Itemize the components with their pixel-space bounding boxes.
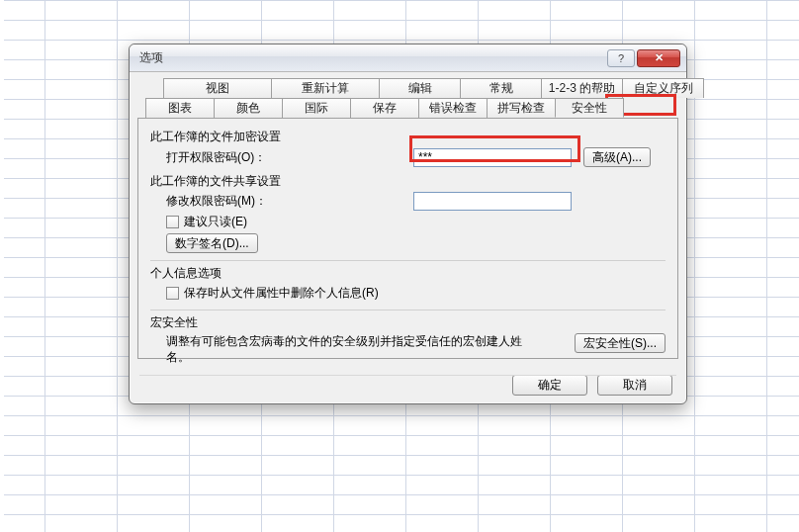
readonly-label: 建议只读(E) <box>184 214 247 230</box>
modify-password-label: 修改权限密码(M)： <box>166 193 413 210</box>
tab-international[interactable]: 国际 <box>282 98 351 118</box>
tab-123-help[interactable]: 1-2-3 的帮助 <box>541 78 623 98</box>
encrypt-heading: 此工作簿的文件加密设置 <box>150 129 666 145</box>
separator-2 <box>150 310 666 310</box>
tab-edit[interactable]: 编辑 <box>379 78 461 98</box>
security-panel: 此工作簿的文件加密设置 打开权限密码(O)： 高级(A)... 此工作簿的文件共… <box>137 118 678 359</box>
macro-description: 调整有可能包含宏病毒的文件的安全级别并指定受信任的宏创建人姓名。 <box>166 333 522 365</box>
modify-password-input[interactable] <box>413 192 572 211</box>
tab-view[interactable]: 视图 <box>163 78 272 98</box>
tab-general[interactable]: 常规 <box>460 78 542 98</box>
tab-custom-lists[interactable]: 自定义序列 <box>622 78 704 98</box>
remove-personal-label: 保存时从文件属性中删除个人信息(R) <box>184 285 379 302</box>
tab-security[interactable]: 安全性 <box>555 98 624 118</box>
tab-error-check[interactable]: 错误检查 <box>418 98 488 118</box>
macro-heading: 宏安全性 <box>150 314 666 331</box>
dialog-footer: 确定 取消 <box>130 375 686 396</box>
readonly-checkbox[interactable] <box>166 216 179 228</box>
tab-spelling[interactable]: 拼写检查 <box>487 98 556 118</box>
open-password-label: 打开权限密码(O)： <box>166 149 413 166</box>
tab-save[interactable]: 保存 <box>350 98 419 118</box>
cancel-button[interactable]: 取消 <box>597 375 672 396</box>
separator-1 <box>150 260 666 261</box>
close-icon: ✕ <box>655 51 664 64</box>
readonly-row[interactable]: 建议只读(E) <box>166 211 666 232</box>
tab-recalc[interactable]: 重新计算 <box>271 78 380 98</box>
share-heading: 此工作簿的文件共享设置 <box>150 173 666 190</box>
titlebar[interactable]: 选项 ? ✕ <box>130 44 686 72</box>
open-password-input[interactable] <box>413 148 572 167</box>
dialog-title: 选项 <box>139 49 163 66</box>
remove-personal-checkbox[interactable] <box>166 287 179 300</box>
tab-color[interactable]: 颜色 <box>214 98 283 118</box>
tab-row-1: 视图 重新计算 编辑 常规 1-2-3 的帮助 自定义序列 <box>137 78 678 98</box>
left-strip <box>0 0 4 532</box>
tab-row-2: 图表 颜色 国际 保存 错误检查 拼写检查 安全性 <box>137 98 678 118</box>
help-icon: ? <box>618 52 624 64</box>
close-button[interactable]: ✕ <box>637 49 680 67</box>
ok-button[interactable]: 确定 <box>512 375 587 396</box>
tab-chart[interactable]: 图表 <box>145 98 215 118</box>
remove-personal-row[interactable]: 保存时从文件属性中删除个人信息(R) <box>166 282 666 304</box>
advanced-button[interactable]: 高级(A)... <box>583 147 651 167</box>
options-dialog: 选项 ? ✕ 视图 重新计算 编辑 常规 1-2-3 的帮助 自定义序列 图表 … <box>129 44 687 404</box>
personal-heading: 个人信息选项 <box>150 265 666 282</box>
help-button[interactable]: ? <box>607 49 635 67</box>
macro-security-button[interactable]: 宏安全性(S)... <box>575 333 666 353</box>
digital-signature-button[interactable]: 数字签名(D)... <box>166 233 258 253</box>
